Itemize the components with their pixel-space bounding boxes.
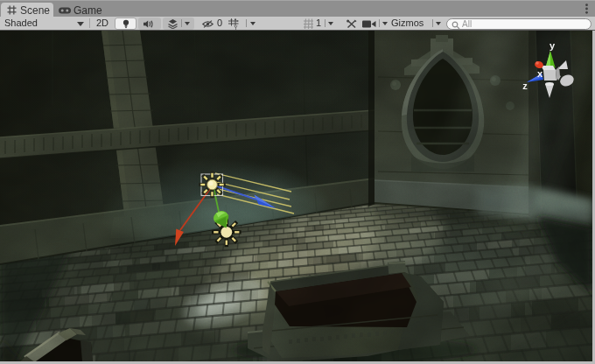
svg-text:y: y — [550, 40, 556, 51]
svg-text:x: x — [537, 68, 543, 79]
svg-text:z: z — [522, 80, 528, 91]
svg-text:Y: Y — [234, 24, 238, 31]
